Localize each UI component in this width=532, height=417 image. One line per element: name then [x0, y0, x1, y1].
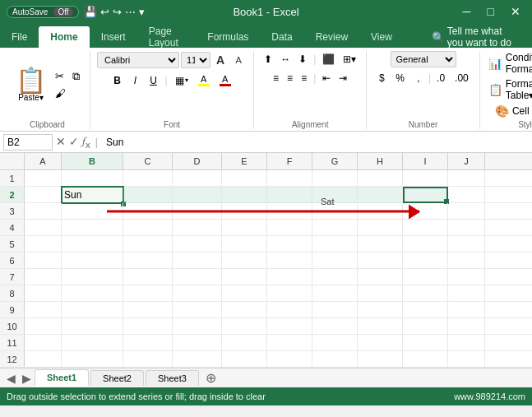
- copy-button[interactable]: ⧉: [69, 68, 83, 85]
- increase-indent-button[interactable]: ⇥: [335, 70, 350, 86]
- sheet-tab-3[interactable]: Sheet3: [146, 370, 199, 386]
- tab-data[interactable]: Data: [260, 26, 303, 48]
- number-format-row: $ % , | .0 .00: [373, 70, 473, 86]
- col-header-d[interactable]: D: [173, 153, 222, 169]
- font-color-button[interactable]: A: [215, 72, 235, 89]
- cell-a2[interactable]: [25, 187, 62, 203]
- col-header-a[interactable]: A: [25, 153, 62, 169]
- align-top-button[interactable]: ⬆: [261, 51, 275, 67]
- tab-file[interactable]: File: [0, 26, 39, 48]
- decrease-font-button[interactable]: A: [230, 53, 247, 67]
- number-format-select[interactable]: General: [391, 51, 456, 67]
- conditional-format-button[interactable]: 📊 Conditional Forma...: [487, 51, 532, 76]
- tab-page-layout[interactable]: Page Layout: [137, 26, 197, 48]
- tab-nav-prev[interactable]: ◀: [3, 372, 19, 385]
- tab-view[interactable]: View: [359, 26, 404, 48]
- tab-nav-next[interactable]: ▶: [19, 372, 35, 385]
- comma-button[interactable]: ,: [410, 70, 427, 86]
- customize-qa-icon[interactable]: ▾: [139, 6, 145, 18]
- tab-review[interactable]: Review: [304, 26, 359, 48]
- bold-button[interactable]: B: [109, 72, 126, 89]
- align-left-button[interactable]: ≡: [270, 70, 282, 86]
- sheet-tab-2[interactable]: Sheet2: [90, 370, 144, 386]
- confirm-formula-icon[interactable]: ✓: [69, 135, 79, 148]
- col-header-b[interactable]: B: [62, 153, 123, 169]
- col-header-h[interactable]: H: [358, 153, 403, 169]
- align-bottom-button[interactable]: ⬇: [295, 51, 310, 67]
- align-right-button[interactable]: ≡: [298, 70, 310, 86]
- cell-a1[interactable]: [25, 170, 62, 187]
- add-sheet-button[interactable]: ⊕: [201, 370, 221, 386]
- more-qa-icon[interactable]: ⋯: [125, 6, 136, 18]
- cell-a3[interactable]: [25, 203, 62, 220]
- cancel-formula-icon[interactable]: ✕: [56, 135, 66, 148]
- redo-icon[interactable]: ↪: [113, 6, 122, 18]
- cell-i2[interactable]: [403, 187, 448, 203]
- cell-c1[interactable]: [123, 170, 173, 187]
- format-painter-button[interactable]: 🖌: [52, 86, 69, 101]
- cell-b1[interactable]: [62, 170, 123, 187]
- cell-j3[interactable]: [448, 203, 485, 220]
- increase-decimal-button[interactable]: .00: [451, 70, 473, 86]
- minimize-button[interactable]: ─: [458, 5, 476, 18]
- styles-label: Styles: [487, 118, 532, 129]
- increase-font-button[interactable]: A: [212, 51, 229, 69]
- save-icon[interactable]: 💾: [84, 6, 97, 18]
- font-name-select[interactable]: Calibri: [97, 52, 179, 68]
- decrease-indent-button[interactable]: ⇤: [319, 70, 334, 86]
- currency-button[interactable]: $: [373, 70, 390, 86]
- tab-insert[interactable]: Insert: [90, 26, 137, 48]
- tab-home[interactable]: Home: [39, 26, 89, 48]
- font-size-select[interactable]: 11: [181, 52, 210, 68]
- col-header-j[interactable]: J: [448, 153, 485, 169]
- table-row: 7: [0, 269, 532, 285]
- align-middle-button[interactable]: ↔: [277, 51, 294, 67]
- cell-g1[interactable]: [312, 170, 358, 187]
- paste-button[interactable]: 📋 Paste ▾: [12, 66, 50, 104]
- col-header-i[interactable]: I: [403, 153, 448, 169]
- cell-g2[interactable]: [312, 187, 358, 203]
- cell-e1[interactable]: [222, 170, 267, 187]
- cell-h2[interactable]: [358, 187, 403, 203]
- cell-e2[interactable]: [222, 187, 267, 203]
- formula-icons: ✕ ✓ 𝑓x: [56, 134, 90, 150]
- wrap-text-button[interactable]: ⬛: [319, 51, 338, 67]
- cell-c2[interactable]: [123, 187, 173, 203]
- cell-d1[interactable]: [173, 170, 222, 187]
- name-box[interactable]: [3, 134, 53, 151]
- fill-color-button[interactable]: A: [194, 72, 214, 89]
- col-header-c[interactable]: C: [123, 153, 173, 169]
- table-row: 1: [0, 170, 532, 187]
- sheet-tab-1[interactable]: Sheet1: [35, 369, 89, 387]
- tab-tell-me[interactable]: 🔍 Tell me what you want to do: [420, 26, 532, 48]
- cell-i1[interactable]: [403, 170, 448, 187]
- border-button[interactable]: ▦▾: [171, 72, 192, 89]
- close-button[interactable]: ✕: [506, 5, 525, 18]
- col-header-g[interactable]: G: [312, 153, 358, 169]
- cell-b2[interactable]: Sun: [62, 187, 123, 203]
- italic-button[interactable]: I: [127, 72, 144, 89]
- cut-button[interactable]: ✂: [52, 68, 67, 85]
- insert-function-icon[interactable]: 𝑓x: [82, 134, 90, 150]
- format-as-table-button[interactable]: 📋 Format as Table▾: [487, 77, 532, 102]
- underline-button[interactable]: U: [146, 72, 162, 89]
- decrease-decimal-button[interactable]: .0: [433, 70, 449, 86]
- cell-h1[interactable]: [358, 170, 403, 187]
- tab-formulas[interactable]: Formulas: [196, 26, 260, 48]
- cell-j1[interactable]: [448, 170, 485, 187]
- undo-icon[interactable]: ↩: [100, 6, 109, 18]
- percent-button[interactable]: %: [391, 70, 409, 86]
- maximize-button[interactable]: □: [483, 5, 499, 18]
- cell-styles-button[interactable]: 🎨 Cell Styles▾: [493, 104, 532, 118]
- cell-j2[interactable]: [448, 187, 485, 203]
- merge-button[interactable]: ⊞▾: [340, 51, 359, 67]
- autosave-toggle[interactable]: AutoSave Off: [7, 6, 79, 18]
- col-header-e[interactable]: E: [222, 153, 267, 169]
- cell-f2[interactable]: [267, 187, 312, 203]
- col-header-f[interactable]: F: [267, 153, 312, 169]
- cut-copy-row: ✂ ⧉: [52, 68, 83, 85]
- cell-f1[interactable]: [267, 170, 312, 187]
- cell-d2[interactable]: [173, 187, 222, 203]
- formula-input[interactable]: [103, 136, 529, 149]
- align-center-button[interactable]: ≡: [284, 70, 296, 86]
